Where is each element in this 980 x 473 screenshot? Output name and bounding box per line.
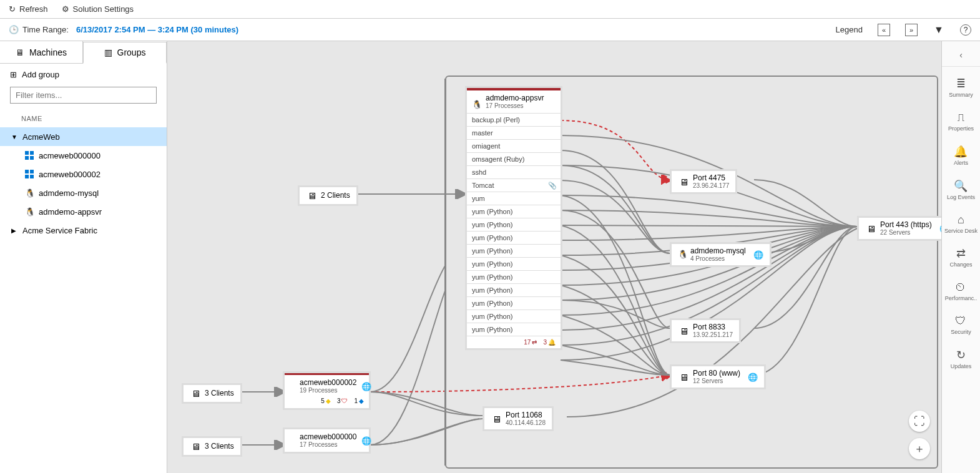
machine-name: acmeweb000000 [300, 433, 356, 441]
rail-icon: ⏲ [955, 281, 966, 294]
machine-name: admdemo-appsvr [486, 94, 544, 102]
pin-icon: 📎 [548, 182, 557, 190]
rail-icon: 🔔 [954, 145, 968, 158]
machine-name: acmeweb000002 [300, 379, 356, 387]
tab-machines-label: Machines [29, 47, 67, 57]
process-row[interactable]: sshd [467, 165, 561, 178]
clients-node[interactable]: 🖥 3 Clients [184, 385, 240, 402]
rail-icon: ⎍ [958, 111, 964, 124]
process-row[interactable]: omsagent (Ruby) [467, 152, 561, 165]
clients-node[interactable]: 🖥 3 Clients [184, 438, 240, 455]
name-column-header: NAME [0, 110, 167, 127]
process-row[interactable]: yum (Python) [467, 231, 561, 244]
footer-count: 3 [543, 339, 547, 346]
rail-item-log-events[interactable]: 🔍Log Events [944, 173, 978, 207]
tree-machine-admdemo-mysql[interactable]: admdemo-mysql [0, 183, 167, 202]
top-toolbar: ↻ Refresh ⚙ Solution Settings [0, 0, 980, 19]
tree-machine-admdemo-appsvr[interactable]: admdemo-appsvr [0, 202, 167, 221]
linux-icon [678, 250, 687, 259]
process-row[interactable]: yum (Python) [467, 323, 561, 336]
rail-label: Summary [949, 92, 973, 99]
rail-label: Updates [951, 364, 972, 370]
globe-icon: 🌐 [939, 224, 941, 233]
process-row[interactable]: backup.pl (Perl) [467, 113, 561, 126]
tree-machine-label: admdemo-mysql [39, 188, 99, 198]
rail-item-alerts[interactable]: 🔔Alerts [944, 139, 978, 173]
servers-icon: 🖥 [190, 388, 201, 399]
process-row[interactable]: omiagent [467, 139, 561, 152]
rail-item-changes[interactable]: ⇄Changes [944, 240, 978, 275]
expand-down-icon[interactable]: » [905, 24, 918, 36]
node-port-80[interactable]: 🖥 Port 80 (www)12 Servers 🌐 [672, 366, 764, 388]
node-port-8833[interactable]: 🖥 Port 883313.92.251.217 [672, 320, 739, 341]
machine-acmeweb000000[interactable]: acmeweb000000 17 Processes 🌐 [285, 429, 369, 452]
node-sub: 12 Servers [693, 378, 740, 384]
rail-label: Service Desk [944, 228, 978, 235]
tab-machines[interactable]: 🖥 Machines [0, 41, 83, 63]
process-row[interactable]: yum (Python) [467, 283, 561, 296]
process-row[interactable]: yum (Python) [467, 244, 561, 257]
node-admdemo-mysql[interactable]: admdemo-mysql4 Processes 🌐 [672, 244, 770, 265]
rail-item-performanc-[interactable]: ⏲Performanc.. [944, 275, 978, 308]
rail-item-security[interactable]: 🛡Security [944, 308, 978, 342]
filter-input[interactable] [10, 87, 157, 104]
tree-machine-label: admdemo-appsvr [39, 207, 102, 217]
tree-machine-label: acmeweb000002 [39, 170, 100, 179]
windows-icon [25, 151, 34, 160]
rail-icon: 🔍 [954, 179, 968, 193]
info-icon: ◆ [359, 397, 364, 404]
clients-node[interactable]: 🖥 2 Clients [300, 187, 356, 204]
machine-sub: 17 Processes [300, 441, 356, 448]
node-port-443[interactable]: 🖥 Port 443 (https)22 Servers 🌐 [859, 218, 941, 239]
process-row[interactable]: yum (Python) [467, 257, 561, 270]
right-rail: ‹ ≣Summary⎍Properties🔔Alerts🔍Log Events⌂… [941, 41, 980, 473]
process-row[interactable]: yum (Python) [467, 205, 561, 218]
rail-item-service-desk[interactable]: ⌂Service Desk [944, 207, 978, 241]
tab-groups[interactable]: ▥ Groups [83, 42, 167, 64]
machine-acmeweb000002[interactable]: acmeweb000002 19 Processes 🌐 5◆ 3🛡 1◆ [285, 373, 369, 408]
process-row[interactable]: yum (Python) [467, 270, 561, 283]
rail-item-properties[interactable]: ⎍Properties [944, 105, 978, 139]
caret-down-icon: ▼ [11, 134, 17, 140]
help-icon[interactable]: ? [960, 24, 971, 36]
node-sub: 23.96.24.177 [693, 182, 729, 189]
legend-button[interactable]: Legend [836, 25, 863, 34]
rail-icon: ↻ [956, 348, 966, 362]
rail-item-updates[interactable]: ↻Updates [944, 342, 978, 376]
process-row[interactable]: yum [467, 192, 561, 205]
filter-icon[interactable]: ▼ [933, 24, 945, 36]
expand-up-icon[interactable]: « [878, 24, 890, 36]
process-row[interactable]: yum (Python) [467, 296, 561, 310]
node-port-4475[interactable]: 🖥 Port 447523.96.24.177 [672, 171, 735, 192]
globe-icon: 🌐 [361, 436, 371, 446]
tree-machine-acmeweb000000[interactable]: acmeweb000000 [0, 146, 167, 165]
globe-icon: 🌐 [748, 373, 758, 382]
refresh-button[interactable]: ↻ Refresh [9, 4, 48, 14]
tree-machine-acmeweb000002[interactable]: acmeweb000002 [0, 165, 167, 183]
node-port-11068[interactable]: 🖥 Port 1106840.114.46.128 [484, 408, 552, 429]
rail-label: Log Events [947, 195, 975, 201]
process-row[interactable]: yum (Python) [467, 310, 561, 323]
zoom-add-button[interactable]: ＋ [909, 438, 930, 459]
node-title: Port 8833 [693, 323, 725, 331]
map-canvas[interactable]: 🖥 2 Clients 🖥 3 Clients 🖥 3 Clients acme… [167, 41, 941, 473]
add-group-button[interactable]: ⊞ Add group [0, 64, 167, 85]
rail-collapse-button[interactable]: ‹ [942, 47, 980, 67]
tree-group-acmeweb[interactable]: ▼ AcmeWeb [0, 127, 167, 146]
rail-item-summary[interactable]: ≣Summary [944, 71, 978, 105]
process-row[interactable]: master [467, 126, 561, 139]
servers-icon: 🖥 [865, 223, 876, 234]
badge-count: 3 [337, 397, 341, 404]
tree-group-acme-service-fabric[interactable]: ▶ Acme Service Fabric [0, 221, 167, 240]
machines-icon: 🖥 [16, 47, 24, 57]
process-row[interactable]: Tomcat📎 [467, 178, 561, 192]
group-tree: ▼ AcmeWeb acmeweb000000 acmeweb000002 ad… [0, 127, 167, 240]
machine-admdemo-appsvr[interactable]: admdemo-appsvr 17 Processes backup.pl (P… [467, 88, 561, 348]
bell-icon: 🔔 [548, 339, 556, 346]
solution-settings-button[interactable]: ⚙ Solution Settings [62, 4, 134, 14]
time-range-control[interactable]: 🕒 Time Range: 6/13/2017 2:54 PM — 3:24 P… [9, 25, 238, 34]
linux-icon [25, 188, 34, 197]
fit-to-screen-button[interactable]: ⛶ [909, 411, 930, 432]
node-title: Port 11068 [506, 411, 542, 419]
process-row[interactable]: yum (Python) [467, 218, 561, 231]
